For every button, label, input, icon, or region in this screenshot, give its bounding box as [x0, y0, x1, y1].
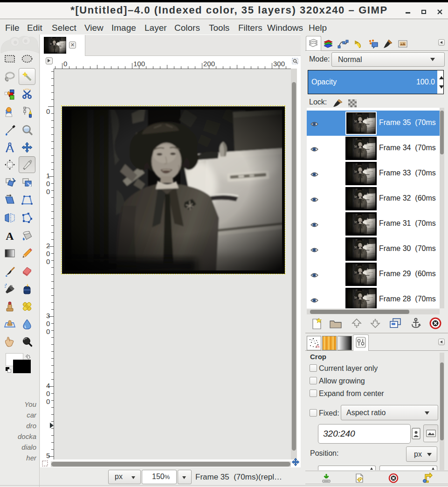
svg-text:5: 5 — [46, 452, 50, 459]
svg-text:100: 100 — [133, 60, 145, 68]
svg-text:0: 0 — [46, 250, 50, 257]
svg-text:1: 1 — [46, 172, 50, 180]
svg-text:0: 0 — [46, 180, 50, 188]
svg-text:A: A — [6, 230, 14, 242]
svg-text:2: 2 — [46, 242, 50, 250]
svg-text:0: 0 — [46, 397, 50, 405]
svg-text:4: 4 — [46, 382, 50, 390]
svg-text:200: 200 — [203, 60, 215, 68]
svg-text:0: 0 — [46, 390, 50, 397]
svg-text:0: 0 — [46, 257, 50, 265]
svg-text:300: 300 — [273, 60, 285, 68]
svg-text:Th: Th — [316, 345, 319, 348]
svg-text:0: 0 — [46, 107, 50, 115]
svg-text:0: 0 — [63, 60, 67, 68]
svg-text:0: 0 — [46, 327, 50, 335]
svg-text:0: 0 — [46, 188, 50, 195]
svg-text:0: 0 — [46, 320, 50, 327]
svg-text:3: 3 — [46, 312, 50, 320]
